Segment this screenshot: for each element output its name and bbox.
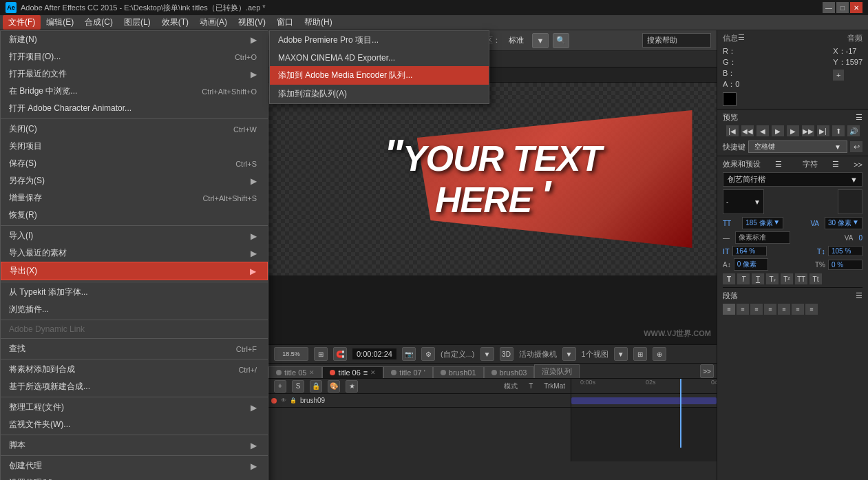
tl-tab-close-06[interactable]: ✕ (370, 369, 376, 376)
kerning-box[interactable]: 0 像素 (734, 258, 768, 271)
layer-row[interactable]: 👁 🔒 brush09 (268, 394, 571, 408)
fm-export[interactable]: 导出(X)▶ (1, 262, 268, 280)
fm-increment[interactable]: 增量保存Ctrl+Alt+Shift+S (1, 189, 268, 207)
tl-effect-btn[interactable]: ★ (346, 380, 358, 393)
all-caps-btn[interactable]: TT (795, 273, 807, 284)
fm-revert[interactable]: 恢复(R) (1, 207, 268, 224)
tl-fit-btn[interactable]: ⊞ (314, 347, 328, 361)
tl-tab-title06[interactable]: title 06 ≡ ✕ (322, 366, 383, 378)
fm-recent[interactable]: 打开最近的文件▶ (1, 65, 268, 83)
fm-animator[interactable]: 打开 Adobe Character Animator... (1, 100, 268, 117)
tl-zoom-pct[interactable]: 18.5% (274, 347, 308, 361)
superscript-btn[interactable]: T² (781, 273, 793, 284)
align-justify-btn[interactable]: ≡ (764, 304, 776, 315)
small-caps-btn[interactable]: Tt (809, 273, 822, 284)
preview-audio-btn[interactable]: 🔊 (847, 125, 860, 136)
fm-add-footage[interactable]: 将素材添加到合成Ctrl+/ (1, 361, 268, 378)
menu-compose[interactable]: 合成(C) (79, 15, 118, 30)
fm-save[interactable]: 保存(S)Ctrl+S (1, 155, 268, 172)
export-premiere[interactable]: Adobe Premiere Pro 项目... (270, 31, 489, 50)
bold-btn[interactable]: T (723, 273, 735, 284)
font-size-box[interactable]: 185 像素 ▼ (742, 217, 783, 229)
align-last-btn[interactable]: ≡ (805, 304, 818, 315)
effects-menu-icon[interactable]: ☰ (775, 160, 782, 169)
tl-cam-btn[interactable]: 📷 (402, 347, 416, 361)
underline-btn[interactable]: T (752, 273, 764, 284)
fm-bridge[interactable]: 在 Bridge 中浏览...Ctrl+Alt+Shift+O (1, 83, 268, 100)
preview-last-btn[interactable]: ▶| (817, 125, 829, 136)
fm-import-recent[interactable]: 导入最近的素材▶ (1, 244, 268, 262)
tl-tab-overflow[interactable]: >> (700, 364, 714, 378)
tl-snap-btn[interactable]: 🧲 (333, 347, 347, 361)
font-color-swatch[interactable] (838, 189, 862, 214)
menu-view[interactable]: 视图(V) (233, 15, 271, 30)
tl-render-btn[interactable]: ⚙ (421, 347, 435, 361)
minimize-button[interactable]: — (823, 2, 835, 13)
layer-lock-icon[interactable]: 🔒 (289, 397, 297, 405)
fm-scripts[interactable]: 脚本▶ (1, 437, 268, 454)
info-plus-btn[interactable]: + (833, 70, 844, 81)
preview-prev-btn[interactable]: ◀◀ (741, 125, 754, 136)
fm-import[interactable]: 导入(I)▶ (1, 227, 268, 244)
menu-animation[interactable]: 动画(A) (194, 15, 233, 30)
layer-eye-icon[interactable]: 👁 (279, 397, 288, 405)
preview-export-btn[interactable]: ⬆ (832, 125, 845, 136)
menu-window[interactable]: 窗口 (271, 15, 299, 30)
fm-plugins[interactable]: 浏览插件... (1, 301, 268, 318)
menu-edit[interactable]: 编辑(E) (41, 15, 79, 30)
preview-next-btn[interactable]: ▶▶ (802, 125, 814, 136)
tl-new-layer[interactable]: + (274, 380, 286, 393)
tl-camera-dropdown[interactable]: ▼ (562, 347, 576, 361)
export-cinema4d[interactable]: MAXON CINEMA 4D Exporter... (270, 50, 489, 66)
fm-organize[interactable]: 整理工程(文件)▶ (1, 399, 268, 416)
preview-menu-icon[interactable]: ☰ (856, 113, 862, 122)
font-name-box[interactable]: 创艺简行楷 ▼ (723, 172, 862, 187)
tl-color-btn[interactable]: 🎨 (328, 380, 340, 393)
window-controls[interactable]: — □ ✕ (823, 2, 862, 13)
menu-effects[interactable]: 效果(T) (156, 15, 194, 30)
fm-new-comp[interactable]: 基于所选项新建合成... (1, 378, 268, 395)
preview-play-btn[interactable]: ▶ (772, 125, 784, 136)
shortcut-undo-btn[interactable]: ↩ (850, 141, 862, 152)
fm-typekit[interactable]: 从 Typekit 添加字体... (1, 284, 268, 301)
workspace-dropdown[interactable]: ▼ (532, 33, 549, 48)
tl-solo-btn[interactable]: S (292, 380, 304, 393)
fm-watch-folder[interactable]: 监视文件夹(W)... (1, 416, 268, 433)
tracking-box[interactable]: 30 像素 ▼ (825, 217, 862, 229)
baseline-box[interactable]: 像素标准 (735, 231, 790, 244)
fm-close-project[interactable]: 关闭项目 (1, 138, 268, 155)
search-icon[interactable]: 🔍 (553, 33, 569, 48)
tl-tab-close-05[interactable]: ✕ (309, 369, 315, 376)
para-menu-icon[interactable]: ☰ (856, 291, 862, 300)
maximize-button[interactable]: □ (836, 2, 849, 13)
char-menu-icon[interactable]: ☰ (832, 160, 839, 169)
preview-next-frame-btn[interactable]: ▶ (787, 125, 799, 136)
tl-3d-btn[interactable]: 3D (500, 347, 514, 361)
export-render-queue[interactable]: 添加到渲染队列(A) (270, 85, 489, 103)
search-box[interactable]: 搜索帮助 (642, 33, 711, 48)
char-expand[interactable]: >> (854, 160, 862, 169)
align-right-btn[interactable]: ≡ (750, 304, 763, 315)
ts-pct-box[interactable]: 0 % (828, 260, 862, 270)
export-media-encoder[interactable]: 添加到 Adobe Media Encoder 队列... (270, 66, 489, 85)
scale-it-box[interactable]: 164 % (732, 246, 767, 256)
fm-set-proxy[interactable]: 设置代理(Y)▶ (1, 474, 268, 480)
fm-find[interactable]: 查找Ctrl+F (1, 340, 268, 357)
preview-first-btn[interactable]: |◀ (726, 125, 739, 136)
italic-btn[interactable]: T (737, 273, 750, 284)
tl-tab-brush01[interactable]: brush01 (433, 366, 484, 378)
tl-view-dropdown[interactable]: ▼ (614, 347, 628, 361)
menu-file[interactable]: 文件(F) (3, 15, 41, 30)
fm-new[interactable]: 新建(N)▶ (1, 31, 268, 48)
fm-open[interactable]: 打开项目(O)...Ctrl+O (1, 48, 268, 65)
fm-close[interactable]: 关闭(C)Ctrl+W (1, 121, 268, 138)
menu-help[interactable]: 帮助(H) (299, 15, 338, 30)
tl-tab-brush03[interactable]: brush03 (484, 366, 535, 378)
tl-extra-btn[interactable]: ⊕ (653, 347, 666, 361)
scale-ts-box[interactable]: 105 % (828, 246, 862, 256)
subscript-btn[interactable]: Tᵣ (766, 273, 779, 284)
align-center-btn[interactable]: ≡ (737, 304, 749, 315)
align-left-btn[interactable]: ≡ (723, 304, 735, 315)
tl-lock-btn[interactable]: 🔒 (310, 380, 322, 393)
playhead[interactable] (680, 379, 681, 448)
